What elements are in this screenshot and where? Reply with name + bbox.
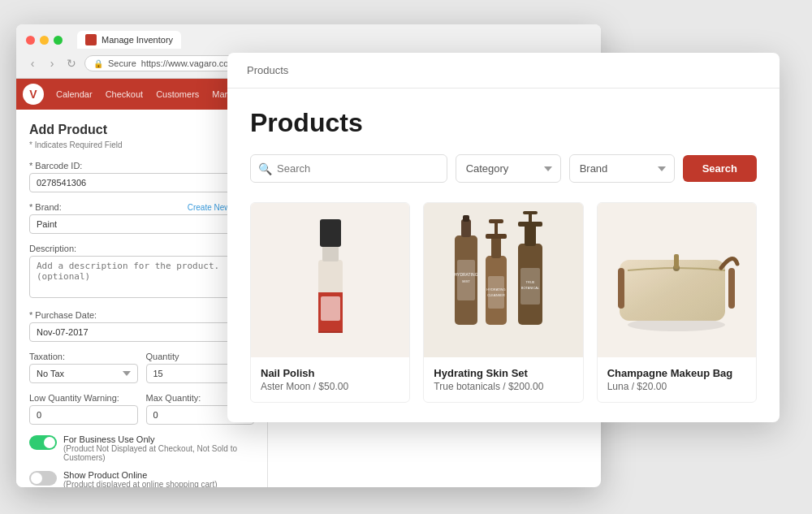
forward-button[interactable]: › [45, 57, 58, 70]
svg-rect-18 [489, 219, 503, 223]
svg-rect-23 [525, 223, 536, 246]
svg-text:TRUE: TRUE [526, 280, 535, 284]
product-image-skincare: HYDRATING MIST HYDRATING CLEANSER [424, 203, 582, 357]
brand-field-group: * Brand: Create New Brand Paint [29, 202, 254, 234]
brand-label: * Brand: Create New Brand [29, 202, 254, 212]
search-button[interactable]: Search [683, 155, 757, 182]
svg-rect-7 [321, 296, 340, 321]
business-use-toggle[interactable] [29, 435, 57, 450]
low-qty-field-group: Low Quantity Warning: [29, 393, 138, 425]
product-card-makeup-bag[interactable]: Champagne Makeup Bag Luna / $20.00 [597, 202, 757, 403]
browser-tab[interactable]: Manage Inventory [77, 31, 181, 49]
browser-titlebar: Manage Inventory [16, 24, 601, 52]
required-note: * Indicates Required Field [29, 140, 254, 149]
close-button[interactable] [26, 36, 35, 45]
svg-rect-9 [461, 219, 471, 237]
products-breadcrumb: Products [227, 53, 780, 89]
search-icon: 🔍 [258, 162, 272, 175]
svg-rect-5 [322, 245, 339, 261]
search-input-wrap: 🔍 [250, 154, 447, 183]
minimize-button[interactable] [40, 36, 49, 45]
product-card-nail-polish[interactable]: Nail Polish Aster Moon / $50.00 [250, 202, 410, 403]
date-input-wrap: 📅 [29, 322, 254, 342]
secure-icon: 🔒 [93, 59, 103, 68]
product-card-skincare[interactable]: HYDRATING MIST HYDRATING CLEANSER [423, 202, 583, 403]
svg-text:HYDRATING: HYDRATING [486, 287, 505, 292]
svg-text:BOTANICAL: BOTANICAL [521, 286, 540, 290]
svg-rect-15 [491, 235, 501, 258]
svg-rect-6 [320, 219, 341, 247]
show-online-label-wrap: Show Product Online (Product displayed a… [63, 470, 254, 487]
svg-rect-34 [674, 254, 679, 269]
nav-customers[interactable]: Customers [150, 84, 205, 104]
makeup-bag-svg [603, 223, 749, 337]
product-grid: Nail Polish Aster Moon / $50.00 HYDRATIN… [250, 202, 757, 403]
svg-rect-35 [618, 268, 624, 309]
secure-label: Secure [108, 58, 136, 68]
taxation-label: Taxation: [29, 352, 138, 361]
refresh-button[interactable]: ↻ [65, 57, 78, 70]
product-sub-nail-polish: Aster Moon / $50.00 [261, 381, 400, 392]
barcode-label: * Barcode ID: [29, 161, 254, 171]
toggle-track-on[interactable] [29, 435, 57, 450]
search-bar: 🔍 Category Brand Search [250, 154, 757, 183]
taxation-field-group: Taxation: No Tax [29, 352, 138, 383]
product-sub-skincare: True botanicals / $200.00 [434, 381, 572, 392]
taxation-select[interactable]: No Tax [29, 364, 138, 383]
category-select[interactable]: Category [456, 154, 561, 183]
purchase-date-label: * Purchase Date: [29, 310, 254, 320]
product-sub-makeup-bag: Luna / $20.00 [607, 381, 746, 392]
product-image-makeup-bag [598, 203, 756, 357]
svg-rect-19 [488, 276, 504, 309]
show-online-sublabel: (Product displayed at online shopping ca… [63, 480, 254, 487]
business-use-toggle-row: For Business Use Only (Product Not Displ… [29, 434, 254, 462]
svg-rect-36 [728, 268, 735, 309]
tab-title: Manage Inventory [102, 35, 173, 45]
breadcrumb-text: Products [247, 64, 288, 76]
barcode-field-group: * Barcode ID: [29, 161, 254, 192]
nav-checkout[interactable]: Checkout [100, 84, 149, 104]
nav-logo: V [23, 84, 44, 105]
products-page: Products Products 🔍 Category Brand Searc… [227, 53, 780, 422]
nav-calendar[interactable]: Calendar [50, 84, 98, 104]
tax-qty-row: Taxation: No Tax Quantity [29, 352, 254, 393]
show-online-label: Show Product Online [63, 470, 254, 480]
svg-rect-26 [523, 211, 538, 214]
svg-text:MIST: MIST [462, 279, 470, 283]
barcode-input[interactable] [29, 173, 254, 192]
show-online-toggle[interactable] [29, 471, 57, 486]
tab-favicon [85, 34, 97, 45]
product-image-nail-polish [251, 203, 409, 357]
svg-text:HYDRATING: HYDRATING [454, 272, 477, 277]
business-use-sublabel: (Product Not Displayed at Checkout, Not … [63, 444, 254, 462]
maximize-button[interactable] [54, 36, 63, 45]
product-info-skincare: Hydrating Skin Set True botanicals / $20… [424, 357, 582, 402]
toggle-track-off[interactable] [29, 471, 57, 486]
show-online-toggle-row: Show Product Online (Product displayed a… [29, 470, 254, 487]
svg-text:CLEANSER: CLEANSER [487, 293, 505, 297]
brand-select[interactable]: Paint [29, 214, 254, 234]
brand-select[interactable]: Brand [569, 154, 675, 183]
svg-rect-10 [463, 215, 469, 222]
nail-polish-svg [290, 211, 371, 349]
low-qty-label: Low Quantity Warning: [29, 393, 138, 403]
product-info-nail-polish: Nail Polish Aster Moon / $50.00 [251, 357, 409, 402]
business-use-label: For Business Use Only [63, 434, 254, 444]
business-use-label-wrap: For Business Use Only (Product Not Displ… [63, 434, 254, 462]
back-button[interactable]: ‹ [26, 57, 39, 70]
description-field-group: Description: [29, 244, 254, 300]
product-name-makeup-bag: Champagne Makeup Bag [607, 367, 746, 379]
low-max-qty-row: Low Quantity Warning: Max Quantity: [29, 393, 254, 434]
svg-rect-4 [318, 331, 343, 333]
products-title: Products [250, 108, 757, 138]
low-qty-input[interactable] [29, 405, 138, 425]
search-input[interactable] [250, 154, 447, 183]
product-name-skincare: Hydrating Skin Set [434, 367, 572, 379]
product-info-makeup-bag: Champagne Makeup Bag Luna / $20.00 [598, 357, 756, 402]
description-textarea[interactable] [29, 256, 254, 298]
skincare-svg: HYDRATING MIST HYDRATING CLEANSER [438, 211, 568, 349]
panel-title: Add Product [29, 123, 254, 137]
product-name-nail-polish: Nail Polish [261, 367, 400, 379]
purchase-date-field-group: * Purchase Date: 📅 [29, 310, 254, 342]
purchase-date-input[interactable] [29, 322, 254, 342]
